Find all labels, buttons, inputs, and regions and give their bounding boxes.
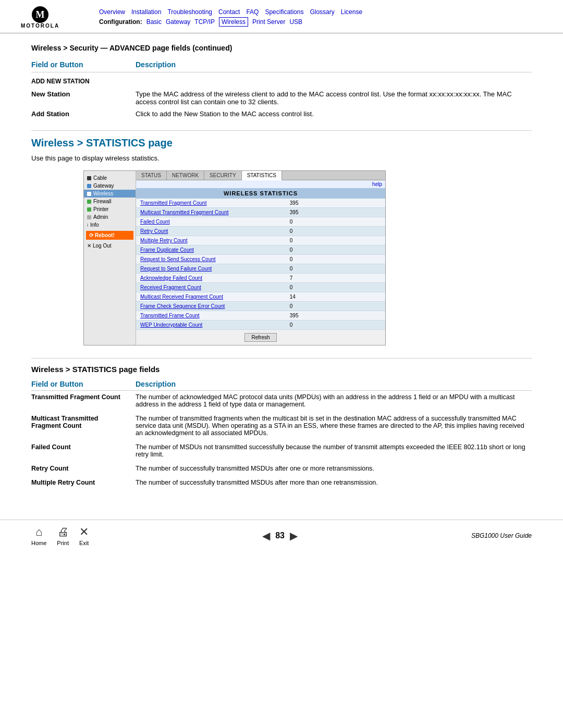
- wireless-dot: [87, 192, 91, 196]
- col-field-header-1: Field or Button: [31, 60, 136, 72]
- tab-security[interactable]: SECURITY: [204, 171, 242, 180]
- sidebar-item-cable[interactable]: Cable: [84, 174, 136, 182]
- printer-dot: [87, 207, 91, 212]
- motorola-text: MOTOROLA: [21, 23, 59, 29]
- nav-glossary[interactable]: Glossary: [310, 8, 334, 16]
- sidebar-item-admin[interactable]: Admin: [84, 213, 136, 221]
- desc-field-name: Failed Count: [31, 441, 136, 462]
- footer-page: ◀ 83 ▶: [262, 529, 298, 542]
- stats-field[interactable]: WEP Undecryptable Count: [136, 320, 286, 330]
- firewall-dot: [87, 200, 91, 204]
- stats-value: 7: [286, 274, 385, 283]
- stats-value: 0: [286, 236, 385, 245]
- nav-troubleshooting[interactable]: Troubleshooting: [167, 8, 212, 16]
- refresh-button[interactable]: Refresh: [244, 333, 276, 342]
- stats-row: Retry Count0: [136, 227, 385, 236]
- wireless-stats-subtitle: Use this page to display wireless statis…: [31, 154, 532, 162]
- field-name-new-station: New Station: [31, 88, 136, 108]
- nav-basic[interactable]: Basic: [146, 18, 162, 26]
- stats-field[interactable]: Request to Send Failure Count: [136, 264, 286, 274]
- desc-field-desc: The number of MSDUs not transmitted succ…: [136, 441, 532, 462]
- stats-row: Request to Send Success Count0: [136, 255, 385, 264]
- wireless-stats-title: Wireless > STATISTICS page: [31, 137, 532, 149]
- sidebar-item-wireless[interactable]: Wireless: [84, 190, 136, 198]
- stats-value: 0: [286, 283, 385, 292]
- desc-row: Transmitted Fragment CountThe number of …: [31, 391, 532, 413]
- cable-dot: [87, 176, 91, 180]
- stats-value: 0: [286, 227, 385, 236]
- stats-field[interactable]: Frame Duplicate Count: [136, 245, 286, 255]
- home-button[interactable]: ⌂ Home: [31, 525, 46, 546]
- nav-top: Overview Installation Troubleshooting Co…: [99, 8, 362, 16]
- tab-network[interactable]: NETWORK: [167, 171, 204, 180]
- field-desc-new-station: Type the MAC address of the wireless cli…: [136, 88, 532, 108]
- nav-license[interactable]: License: [341, 8, 362, 16]
- logout-button[interactable]: ✕ Log Out: [84, 242, 136, 250]
- reboot-label: Reboot!: [95, 232, 115, 238]
- stats-value: 0: [286, 264, 385, 274]
- stats-value: 14: [286, 292, 385, 302]
- stats-field[interactable]: Request to Send Success Count: [136, 255, 286, 264]
- nav-contact[interactable]: Contact: [218, 8, 240, 16]
- sidebar-item-gateway[interactable]: Gateway: [84, 182, 136, 190]
- nav-wireless[interactable]: Wireless: [219, 17, 248, 27]
- help-link[interactable]: help: [136, 180, 385, 188]
- stats-value: 0: [286, 320, 385, 330]
- stats-field[interactable]: Failed Count: [136, 217, 286, 227]
- sidebar-admin-label: Admin: [93, 214, 108, 220]
- tab-status[interactable]: STATUS: [136, 171, 167, 180]
- stats-row: Transmitted Fragment Count395: [136, 199, 385, 208]
- print-button[interactable]: 🖨 Print: [57, 525, 69, 546]
- desc-row: Retry CountThe number of successfully tr…: [31, 462, 532, 476]
- nav-installation[interactable]: Installation: [131, 8, 161, 16]
- prev-page-button[interactable]: ◀: [262, 529, 270, 542]
- stats-row: WEP Undecryptable Count0: [136, 320, 385, 330]
- stats-field[interactable]: Multicast Transmitted Fragment Count: [136, 208, 286, 217]
- nav-print-server[interactable]: Print Server: [252, 18, 285, 26]
- stats-field[interactable]: Retry Count: [136, 227, 286, 236]
- sidebar-item-info[interactable]: i Info: [84, 221, 136, 229]
- reboot-icon: ⟳: [89, 232, 93, 238]
- tab-statistics[interactable]: STATISTICS: [242, 171, 282, 180]
- sidebar-info-label: Info: [90, 222, 99, 228]
- divider-2: [31, 358, 532, 359]
- stats-value: 395: [286, 208, 385, 217]
- stats-value: 395: [286, 199, 385, 208]
- nav-gateway[interactable]: Gateway: [166, 18, 190, 26]
- exit-button[interactable]: ✕ Exit: [79, 525, 89, 546]
- stats-row: Multicast Transmitted Fragment Count395: [136, 208, 385, 217]
- stats-field[interactable]: Transmitted Frame Count: [136, 311, 286, 320]
- sidebar-item-printer[interactable]: Printer: [84, 205, 136, 213]
- sidebar-item-firewall[interactable]: Firewall: [84, 198, 136, 205]
- col-desc-header-1: Description: [136, 60, 532, 72]
- col-field-header-2: Field or Button: [31, 380, 136, 391]
- desc-row: Multiple Retry CountThe number of succes…: [31, 476, 532, 490]
- main-content: Wireless > Security — ADVANCED page fiel…: [0, 33, 563, 509]
- nav-specifications[interactable]: Specifications: [265, 8, 303, 16]
- stats-value: 0: [286, 217, 385, 227]
- desc-row: Multicast Transmitted Fragment CountThe …: [31, 412, 532, 441]
- stats-field[interactable]: Received Fragment Count: [136, 283, 286, 292]
- section-heading-1: Wireless > Security — ADVANCED page fiel…: [31, 44, 532, 52]
- add-new-station-label: ADD NEW STATION: [31, 72, 532, 89]
- field-name-add-station: Add Station: [31, 108, 136, 120]
- nav-usb[interactable]: USB: [289, 18, 302, 26]
- stats-field[interactable]: Frame Check Sequence Error Count: [136, 302, 286, 311]
- nav-overview[interactable]: Overview: [99, 8, 125, 16]
- stats-fields-heading: Wireless > STATISTICS page fields: [31, 365, 532, 374]
- desc-field-desc: The number of successfully transmitted M…: [136, 462, 532, 476]
- config-label: Configuration:: [99, 18, 142, 26]
- stats-field[interactable]: Multicast Received Fragment Count: [136, 292, 286, 302]
- stats-field[interactable]: Transmitted Fragment Count: [136, 199, 286, 208]
- next-page-button[interactable]: ▶: [290, 529, 298, 542]
- stats-field[interactable]: Acknowledge Failed Count: [136, 274, 286, 283]
- nav-faq[interactable]: FAQ: [246, 8, 259, 16]
- exit-icon: ✕: [79, 525, 89, 539]
- stats-value: 0: [286, 245, 385, 255]
- reboot-button[interactable]: ⟳ Reboot!: [86, 231, 133, 240]
- desc-field-desc: The number of successfully transmitted M…: [136, 476, 532, 490]
- desc-row: Failed CountThe number of MSDUs not tran…: [31, 441, 532, 462]
- stats-field[interactable]: Multiple Retry Count: [136, 236, 286, 245]
- footer: ⌂ Home 🖨 Print ✕ Exit ◀ 83 ▶ SBG1000 Use…: [0, 520, 563, 551]
- nav-tcpip[interactable]: TCP/IP: [194, 18, 215, 26]
